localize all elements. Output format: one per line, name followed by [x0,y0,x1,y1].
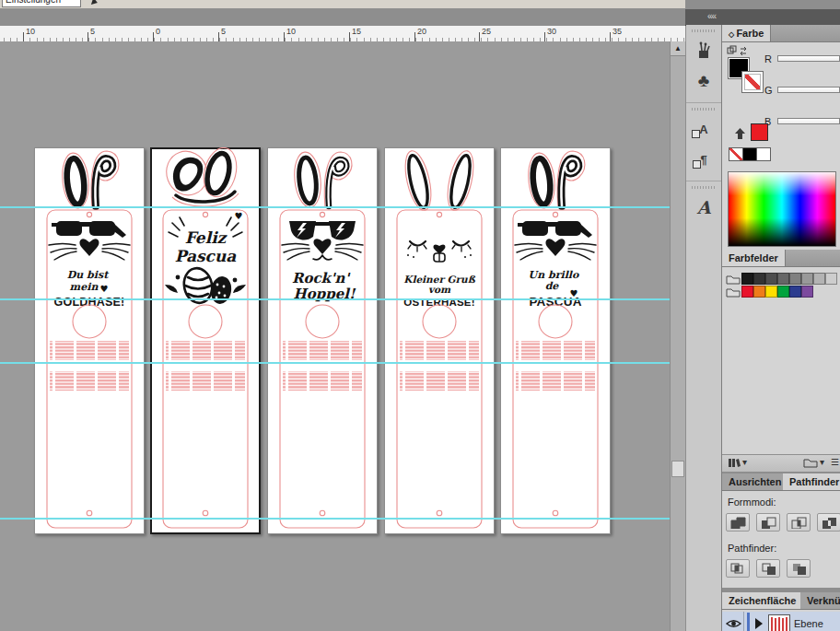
caret-down-icon: ▾ [820,457,824,467]
heart-icon: ♥ [235,211,243,221]
color-swatch[interactable] [765,286,777,298]
shape-mode-unite-button[interactable] [726,513,750,532]
color-spectrum[interactable] [728,171,836,247]
hang-hole [87,212,91,216]
color-swatch[interactable] [777,286,789,298]
shape-mode-minus-front-button[interactable] [756,513,780,532]
canvas[interactable]: Du bist mein ♥ GOLDHASE! [0,41,670,631]
bunny-ears [405,154,474,209]
none-swatch[interactable] [729,147,743,161]
artboard-2[interactable]: ♥ Feliz Pascua [150,147,261,534]
symbols-panel-icon[interactable]: ♣ [688,66,719,96]
out-of-gamut-icon[interactable] [733,127,747,141]
design-text: mein [70,281,99,293]
gamut-color-swatch[interactable] [751,123,768,141]
farbfelder-footer: ▾ ▾ ☰ [722,454,840,472]
ruler-major-tick [153,32,154,41]
tab-pathfinder[interactable]: Pathfinder [783,473,840,490]
layer-name[interactable]: Ebene [794,618,823,629]
color-swatch[interactable] [753,273,765,285]
heart-nose [313,239,331,254]
panel-list-icon[interactable]: ☰ [831,457,839,467]
artboard-1[interactable]: Du bist mein ♥ GOLDHASE! [34,147,145,534]
pathfinder-trim-button[interactable] [756,559,780,578]
color-swatch[interactable] [813,273,825,285]
new-swatch-group-icon[interactable] [803,457,818,470]
g-slider[interactable] [777,87,840,93]
tab-ausrichten[interactable]: Ausrichten [722,473,788,490]
heart-icon: ♥ [100,284,109,294]
horizontal-ruler[interactable]: 10505101520253035 [0,26,685,42]
ruler-label: 10 [26,27,35,36]
design-text: de [545,280,560,292]
channel-row-r: R [722,53,840,64]
collapse-panels-icon[interactable]: «« [707,11,716,21]
gray-swatch-row [726,273,837,285]
artboard-3[interactable]: Rock'n' Hoppel! [267,147,378,534]
swatch-folder-icon[interactable] [726,273,741,285]
channel-label: R [764,53,772,64]
hatch-block [283,341,362,360]
tab-farbfelder[interactable]: Farbfelder [722,250,786,266]
layer-thumbnail[interactable] [768,614,790,631]
color-swatch[interactable] [741,286,753,298]
color-swatch[interactable] [777,273,789,285]
visibility-eye-icon[interactable] [726,617,741,630]
panel-gripper[interactable] [692,185,716,190]
color-swatch[interactable] [741,273,753,285]
pathfinder-merge-button[interactable] [787,559,811,578]
paragraph-styles-panel-icon[interactable]: ¶ [688,145,719,174]
shape-mode-intersect-button[interactable] [787,513,811,532]
cut-circle [306,305,339,338]
swatch-folder-icon[interactable] [726,286,741,298]
r-slider[interactable] [777,55,840,62]
hatch-block [516,371,595,391]
ruler-label: 30 [547,27,556,36]
color-swatch[interactable] [765,273,777,285]
pathfinder-divide-button[interactable] [726,559,750,578]
panel-gripper[interactable] [692,107,716,111]
tab-farbe[interactable]: ◇ Farbe [722,25,771,41]
glyphs-panel-icon[interactable]: A [688,193,719,222]
color-swatch[interactable] [789,273,801,285]
channel-row-b: B [722,116,840,127]
tab-zeichenflaeche[interactable]: Zeichenfläche [722,592,803,609]
character-styles-panel-icon[interactable]: A [688,114,719,144]
brushes-panel-icon[interactable] [688,36,719,65]
pathfinder-row [726,559,811,578]
layer-row[interactable]: Ebene [722,612,840,631]
ruler-label: 20 [417,27,426,36]
vertical-scrollbar[interactable]: ▲ [670,41,685,631]
hang-hole [553,510,558,516]
channel-row-g: G [722,85,840,96]
artboard-5[interactable]: Un brillo de ♥ PASCUA [500,147,611,534]
white-swatch[interactable] [756,147,771,161]
color-swatch[interactable] [789,286,801,298]
formmodi-label: Formmodi: [728,497,776,508]
color-swatch[interactable] [753,286,765,298]
scrollbar-thumb[interactable] [671,461,684,477]
design-text: Feliz [185,228,228,247]
color-swatch[interactable] [825,273,837,285]
tab-verknuepfungen[interactable]: Verknüpfu [800,592,840,609]
black-swatch[interactable] [742,147,757,161]
workspace-dropdown[interactable]: Einstellungen [2,0,81,7]
shape-mode-exclude-button[interactable] [817,513,840,532]
color-swatch[interactable] [801,286,813,298]
artboard-4[interactable]: Kleiner Gruß vom OSTERHASE! [384,147,495,534]
expand-layer-icon[interactable] [755,618,763,629]
b-slider[interactable] [777,118,840,124]
pathfinder-label: Pathfinder: [728,543,776,554]
hang-hole [437,510,442,516]
panel-gripper[interactable] [692,29,716,33]
farbfelder-panel: ▾ ▾ ☰ [722,267,840,472]
formmodi-row [726,513,840,532]
swatch-libraries-icon[interactable] [728,457,741,470]
color-swatch[interactable] [801,273,813,285]
card-outline [47,210,132,528]
design-text: Rock'n' [292,270,350,286]
hatch-block [50,371,129,391]
hatch-block [166,371,245,391]
scroll-up-arrow[interactable]: ▲ [671,41,685,56]
farbfelder-tabbar: Farbfelder [722,250,840,267]
